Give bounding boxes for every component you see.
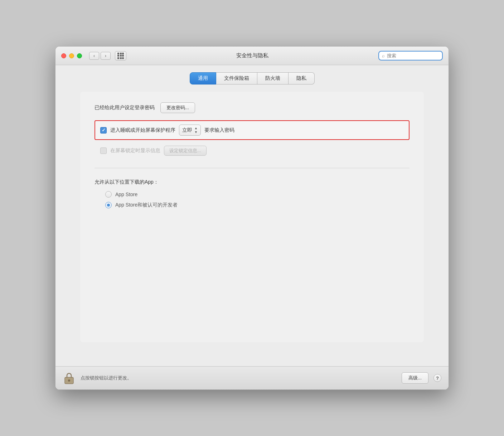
advanced-button[interactable]: 高级... bbox=[402, 372, 428, 384]
show-message-checkbox[interactable] bbox=[100, 147, 107, 154]
download-section: 允许从以下位置下载的App： App Store App Store和被认可的开… bbox=[94, 179, 410, 208]
tab-bar: 通用 文件保险箱 防火墙 隐私 bbox=[190, 72, 315, 84]
close-button[interactable] bbox=[61, 53, 66, 58]
search-icon: ⌕ bbox=[382, 53, 385, 58]
titlebar: ‹ › 安全性与隐私 ⌕ bbox=[55, 47, 449, 65]
divider bbox=[94, 168, 410, 168]
radio-appstore-dev[interactable]: App Store和被认可的开发者 bbox=[105, 202, 410, 208]
sleep-label: 进入睡眠或开始屏幕保护程序 bbox=[110, 127, 175, 134]
show-message-row: 在屏幕锁定时显示信息 设定锁定信息... bbox=[95, 144, 410, 157]
sleep-password-row: 进入睡眠或开始屏幕保护程序 立即 ▲ ▼ 要求输入密码 bbox=[94, 120, 410, 140]
search-input[interactable] bbox=[387, 53, 439, 58]
svg-point-1 bbox=[68, 379, 70, 382]
radio-appstore-dev-label: App Store和被认可的开发者 bbox=[115, 202, 178, 208]
bottom-bar: 点按锁按钮以进行更改。 高级... ? bbox=[55, 366, 449, 389]
tab-filevault[interactable]: 文件保险箱 bbox=[216, 72, 257, 84]
immediately-label: 立即 bbox=[182, 127, 192, 134]
nav-buttons: ‹ › bbox=[89, 52, 111, 60]
download-title: 允许从以下位置下载的App： bbox=[94, 179, 410, 185]
tab-firewall[interactable]: 防火墙 bbox=[257, 72, 289, 84]
radio-appstore[interactable]: App Store bbox=[105, 191, 410, 198]
password-label: 已经给此用户设定登录密码 bbox=[94, 105, 155, 111]
password-row: 已经给此用户设定登录密码 更改密码... bbox=[94, 102, 410, 113]
dropdown-arrows-icon: ▲ ▼ bbox=[194, 126, 198, 134]
lock-svg bbox=[63, 372, 75, 384]
radio-appstore-dev-button[interactable] bbox=[105, 202, 112, 208]
forward-button[interactable]: › bbox=[101, 52, 111, 60]
content-area: 通用 文件保险箱 防火墙 隐私 已经给此用户设定登录密码 更改密码... 进入睡… bbox=[55, 65, 449, 366]
tab-general[interactable]: 通用 bbox=[190, 72, 216, 84]
grid-button[interactable] bbox=[115, 51, 126, 60]
grid-icon bbox=[117, 53, 124, 59]
sleep-checkbox[interactable] bbox=[100, 127, 107, 134]
back-button[interactable]: ‹ bbox=[89, 52, 99, 60]
maximize-button[interactable] bbox=[77, 53, 82, 58]
search-box[interactable]: ⌕ bbox=[378, 51, 443, 60]
change-password-button[interactable]: 更改密码... bbox=[160, 102, 195, 113]
radio-selected-indicator bbox=[107, 204, 110, 207]
help-button[interactable]: ? bbox=[433, 374, 441, 382]
settings-panel: 已经给此用户设定登录密码 更改密码... 进入睡眠或开始屏幕保护程序 立即 ▲ … bbox=[80, 92, 424, 342]
tab-privacy[interactable]: 隐私 bbox=[289, 72, 315, 84]
main-window: ‹ › 安全性与隐私 ⌕ 通用 文件保险箱 防火墙 隐私 bbox=[55, 46, 449, 390]
radio-appstore-button[interactable] bbox=[105, 191, 112, 198]
set-info-button[interactable]: 设定锁定信息... bbox=[164, 146, 207, 156]
lock-text: 点按锁按钮以进行更改。 bbox=[81, 375, 397, 381]
traffic-lights bbox=[61, 53, 82, 58]
minimize-button[interactable] bbox=[69, 53, 74, 58]
show-message-label: 在屏幕锁定时显示信息 bbox=[110, 147, 160, 154]
window-title: 安全性与隐私 bbox=[131, 52, 374, 59]
require-password-label: 要求输入密码 bbox=[204, 127, 234, 134]
immediately-dropdown[interactable]: 立即 ▲ ▼ bbox=[179, 125, 201, 136]
radio-appstore-label: App Store bbox=[115, 192, 137, 197]
lock-icon[interactable] bbox=[63, 372, 76, 384]
download-radio-group: App Store App Store和被认可的开发者 bbox=[105, 191, 410, 208]
